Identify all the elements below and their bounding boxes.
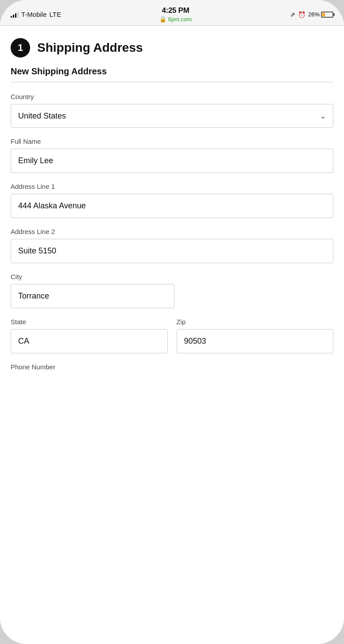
battery-percent: 26% [308, 11, 320, 18]
zip-group: Zip [177, 318, 334, 353]
country-select-wrapper[interactable]: United States Canada United Kingdom Aust… [11, 104, 333, 128]
phone-frame: T-Mobile LTE 4:25 PM 🔒 6pm.com ⇗ ⏰ 26% [0, 0, 344, 644]
country-label: Country [11, 93, 333, 100]
address1-label: Address Line 1 [11, 183, 333, 190]
main-content: 1 Shipping Address New Shipping Address … [0, 26, 344, 644]
address2-label: Address Line 2 [11, 228, 333, 235]
address1-group: Address Line 1 [11, 183, 333, 218]
network-label: LTE [50, 11, 61, 18]
section-title: New Shipping Address [11, 66, 333, 77]
full-name-label: Full Name [11, 138, 333, 145]
signal-bar-1 [11, 16, 12, 18]
page-header: 1 Shipping Address [11, 38, 333, 58]
step-circle: 1 [11, 38, 30, 58]
location-icon: ⇗ [290, 11, 295, 18]
city-input[interactable] [11, 284, 174, 308]
website-url: 6pm.com [168, 16, 192, 23]
city-group: City [11, 273, 333, 308]
zip-input[interactable] [177, 329, 334, 353]
state-group: State [11, 318, 168, 353]
time-display: 4:25 PM [162, 6, 189, 15]
status-center: 4:25 PM 🔒 6pm.com [159, 6, 192, 23]
status-left: T-Mobile LTE [11, 11, 61, 18]
website-label: 🔒 6pm.com [159, 16, 192, 23]
battery-icon [321, 12, 333, 18]
signal-bar-2 [13, 15, 14, 18]
signal-bar-3 [15, 13, 16, 18]
address1-input[interactable] [11, 194, 333, 218]
zip-label: Zip [177, 318, 334, 326]
section-divider [11, 82, 333, 82]
country-group: Country United States Canada United King… [11, 93, 333, 128]
battery-container: 26% [308, 11, 333, 18]
state-label: State [11, 318, 168, 326]
state-zip-row: State Zip [11, 318, 333, 353]
full-name-group: Full Name [11, 138, 333, 173]
address2-input[interactable] [11, 239, 333, 263]
state-input[interactable] [11, 329, 168, 353]
city-label: City [11, 273, 333, 280]
phone-group: Phone Number [11, 363, 333, 371]
signal-bars-icon [11, 12, 19, 18]
alarm-icon: ⏰ [298, 11, 305, 18]
phone-label: Phone Number [11, 363, 333, 371]
battery-fill [322, 13, 325, 16]
full-name-input[interactable] [11, 149, 333, 173]
step-number: 1 [18, 42, 23, 54]
status-bar: T-Mobile LTE 4:25 PM 🔒 6pm.com ⇗ ⏰ 26% [0, 0, 344, 25]
country-select[interactable]: United States Canada United Kingdom Aust… [11, 104, 333, 128]
signal-bar-4 [17, 12, 19, 18]
lock-icon: 🔒 [159, 16, 166, 23]
status-right: ⇗ ⏰ 26% [290, 11, 333, 18]
page-title: Shipping Address [37, 41, 143, 55]
address2-group: Address Line 2 [11, 228, 333, 263]
carrier-label: T-Mobile [21, 11, 47, 18]
